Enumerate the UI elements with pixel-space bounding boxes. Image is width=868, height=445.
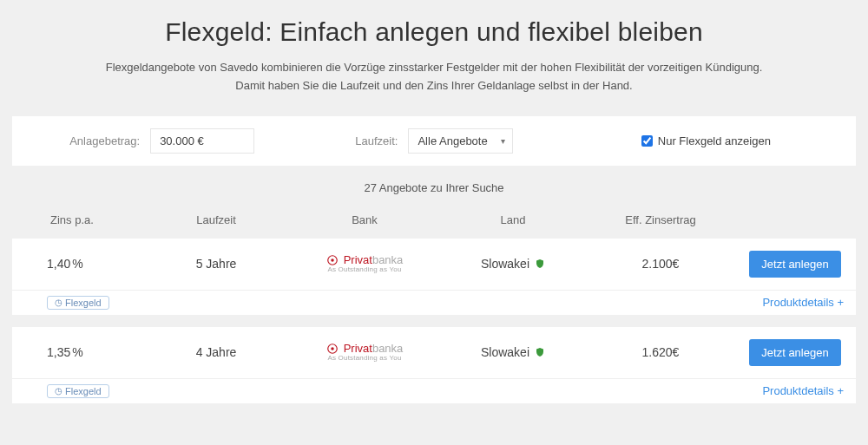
col-header-ertrag: Eff. Zinsertrag [587, 213, 734, 226]
intro-line-2: Damit haben Sie die Laufzeit und den Zin… [12, 77, 856, 95]
laufzeit-cell: 4 Jahre [142, 345, 290, 359]
term-label: Laufzeit: [355, 134, 398, 147]
bank-logo-icon [326, 254, 339, 266]
table-row: 1,40% 5 Jahre Privatbanka As Outstanding… [12, 239, 856, 290]
zins-unit: % [72, 257, 82, 271]
bank-name-primary: Privat [344, 253, 372, 266]
zins-cell: 1,35% [12, 345, 142, 359]
pill-label: Flexgeld [65, 386, 102, 396]
bank-name: Privatbanka [326, 343, 404, 355]
term-select[interactable]: Alle Angebote ▾ [408, 128, 512, 154]
zins-cell: 1,40% [12, 257, 142, 271]
shield-icon [535, 258, 545, 270]
laufzeit-cell: 5 Jahre [142, 257, 290, 271]
zins-value: 1,40 [47, 257, 70, 271]
shield-icon [535, 346, 545, 358]
zins-unit: % [72, 345, 82, 359]
bank-tagline: As Outstanding as You [327, 266, 401, 274]
chevron-down-icon: ▾ [501, 136, 505, 146]
filter-bar: Anlagebetrag: Laufzeit: Alle Angebote ▾ … [12, 116, 856, 166]
amount-input[interactable] [150, 128, 254, 154]
flex-only-input[interactable] [641, 135, 653, 147]
bank-logo-icon [326, 343, 339, 355]
pill-label: Flexgeld [65, 298, 102, 308]
bank-tagline: As Outstanding as You [327, 355, 401, 363]
col-header-bank: Bank [290, 213, 439, 226]
intro-line-1: Flexgeldangebote von Savedo kombinieren … [12, 59, 856, 77]
ertrag-cell: 1.620€ [587, 345, 734, 359]
col-header-laufzeit: Laufzeit [142, 213, 290, 226]
page-title: Flexgeld: Einfach anlegen und flexibel b… [12, 17, 856, 47]
bank-name-primary: Privat [344, 342, 372, 355]
svg-point-3 [331, 347, 334, 350]
flex-only-checkbox[interactable]: Nur Flexgeld anzeigen [641, 134, 771, 147]
bank-cell: Privatbanka As Outstanding as You [290, 343, 439, 363]
col-header-action [734, 213, 856, 226]
col-header-land: Land [439, 213, 587, 226]
invest-button[interactable]: Jetzt anlegen [749, 339, 840, 366]
bank-name: Privatbanka [326, 254, 404, 266]
action-cell: Jetzt anlegen [734, 339, 856, 366]
ertrag-cell: 2.100€ [587, 257, 734, 271]
svg-point-1 [331, 258, 334, 262]
product-details-link[interactable]: Produktdetails + [762, 384, 844, 397]
clock-icon: ◷ [55, 386, 62, 396]
table-subrow: ◷ Flexgeld Produktdetails + [12, 290, 856, 315]
flexgeld-pill: ◷ Flexgeld [47, 296, 109, 310]
land-name: Slowakei [481, 257, 529, 271]
bank-cell: Privatbanka As Outstanding as You [290, 254, 439, 274]
results-count: 27 Angebote zu Ihrer Suche [12, 181, 856, 194]
invest-button[interactable]: Jetzt anlegen [749, 251, 840, 278]
col-header-zins: Zins p.a. [12, 213, 142, 226]
action-cell: Jetzt anlegen [734, 251, 856, 278]
clock-icon: ◷ [55, 298, 62, 307]
bank-name-secondary: banka [372, 342, 403, 355]
zins-value: 1,35 [47, 345, 70, 359]
amount-label: Anlagebetrag: [69, 134, 140, 147]
flexgeld-pill: ◷ Flexgeld [47, 384, 109, 398]
table-subrow: ◷ Flexgeld Produktdetails + [12, 378, 856, 403]
land-name: Slowakei [481, 345, 529, 359]
table-row: 1,35% 4 Jahre Privatbanka As Outstanding… [12, 327, 856, 378]
term-select-value: Alle Angebote [418, 134, 487, 147]
product-details-link[interactable]: Produktdetails + [762, 296, 844, 309]
land-cell: Slowakei [439, 257, 587, 271]
intro-text: Flexgeldangebote von Savedo kombinieren … [12, 59, 856, 95]
bank-name-secondary: banka [372, 253, 403, 266]
table-header: Zins p.a. Laufzeit Bank Land Eff. Zinser… [12, 206, 856, 239]
flex-only-label: Nur Flexgeld anzeigen [658, 134, 771, 147]
land-cell: Slowakei [439, 345, 587, 359]
